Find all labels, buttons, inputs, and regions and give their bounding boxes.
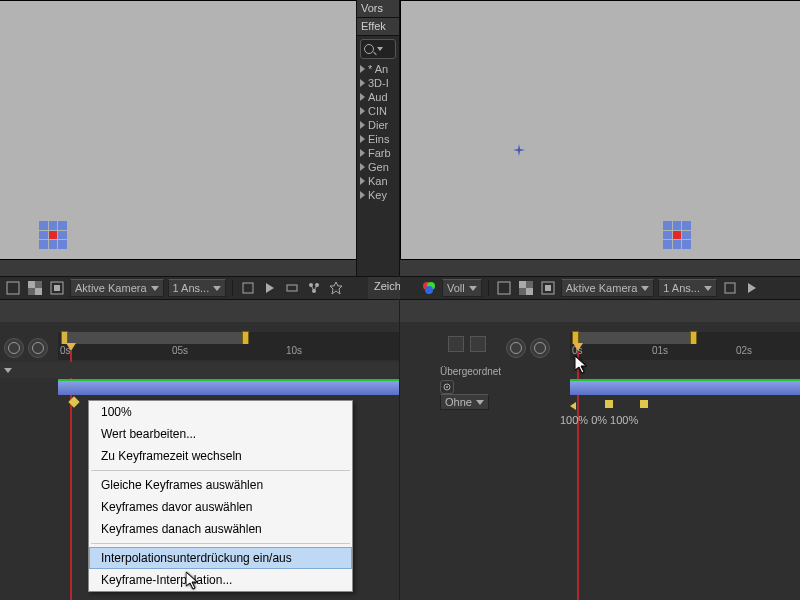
layer-handle-grid[interactable] [663, 221, 691, 249]
views-dropdown[interactable]: 1 Ans... [658, 279, 717, 297]
views-dropdown-label: 1 Ans... [173, 282, 210, 294]
menu-item-keyframe-interpolation[interactable]: Keyframe-Interpolation... [89, 569, 352, 591]
camera-dropdown[interactable]: Aktive Kamera [70, 279, 164, 297]
menu-item-select-following-keyframes[interactable]: Keyframes danach auswählen [89, 518, 352, 540]
resolution-icon[interactable] [4, 279, 22, 297]
svg-rect-17 [526, 288, 533, 295]
effects-category[interactable]: Aud [357, 90, 399, 104]
triangle-right-icon [360, 135, 365, 143]
layer-duration-bar[interactable] [570, 379, 800, 395]
triangle-right-icon [360, 163, 365, 171]
menu-separator [91, 470, 350, 471]
pixel-aspect-icon[interactable] [239, 279, 257, 297]
chevron-down-icon [704, 286, 712, 291]
effects-category[interactable]: Kan [357, 174, 399, 188]
hold-keyframe-in-icon[interactable] [570, 402, 576, 410]
panel-tab-preview[interactable]: Vors [357, 0, 399, 18]
effects-category[interactable]: * An [357, 62, 399, 76]
effects-category[interactable]: 3D-I [357, 76, 399, 90]
menu-item-select-previous-keyframes[interactable]: Keyframes davor auswählen [89, 496, 352, 518]
svg-rect-5 [54, 285, 60, 291]
pickwhip-icon[interactable] [440, 380, 454, 394]
menu-item-goto-keyframe-time[interactable]: Zu Keyframezeit wechseln [89, 445, 352, 467]
draft3d-toggle-icon[interactable] [28, 338, 48, 358]
timeline-toggle-buttons [448, 336, 486, 352]
work-area-end-handle[interactable] [242, 331, 249, 345]
chevron-down-icon [641, 286, 649, 291]
panel-tab-effects[interactable]: Effek [357, 18, 399, 36]
svg-rect-0 [7, 282, 19, 294]
resolution-icon[interactable] [495, 279, 513, 297]
triangle-right-icon [360, 107, 365, 115]
effects-category[interactable]: Key [357, 188, 399, 202]
preview-toolbar-right: Voll Aktive Kamera 1 Ans... [400, 276, 800, 300]
motion-blur-icon[interactable] [470, 336, 486, 352]
svg-rect-20 [725, 283, 735, 293]
color-channels-icon[interactable] [420, 279, 438, 297]
menu-item-select-equal-keyframes[interactable]: Gleiche Keyframes auswählen [89, 474, 352, 496]
mask-icon[interactable] [539, 279, 557, 297]
triangle-right-icon [360, 177, 365, 185]
mask-icon[interactable] [48, 279, 66, 297]
hold-keyframe-icon[interactable] [640, 400, 648, 408]
chevron-down-icon [151, 286, 159, 291]
pixel-aspect-icon[interactable] [721, 279, 739, 297]
work-area-bar[interactable] [570, 332, 800, 344]
views-dropdown[interactable]: 1 Ans... [168, 279, 227, 297]
time-ruler[interactable]: 0s 01s 02s [570, 344, 800, 360]
timeline-icon[interactable] [283, 279, 301, 297]
effects-category[interactable]: Farb [357, 146, 399, 160]
time-tick-label: 05s [172, 345, 188, 356]
effects-category[interactable]: Gen [357, 160, 399, 174]
triangle-right-icon [360, 79, 365, 87]
time-ruler[interactable]: 0s 05s 10s [58, 344, 399, 360]
chevron-down-icon [213, 286, 221, 291]
camera-dropdown[interactable]: Aktive Kamera [561, 279, 655, 297]
composition-preview-right[interactable] [400, 0, 800, 260]
chevron-down-icon [377, 47, 383, 51]
menu-item-toggle-hold-keyframe[interactable]: Interpolationsunterdrückung ein/aus [89, 547, 352, 569]
parent-dropdown[interactable]: Ohne [440, 394, 489, 410]
layer-header-row [0, 362, 399, 378]
layer-duration-bar[interactable] [58, 379, 399, 395]
work-area-bar[interactable] [58, 332, 399, 344]
anchor-point-icon [513, 144, 525, 156]
menu-item-100pct[interactable]: 100% [89, 401, 352, 423]
composition-preview-left[interactable] [0, 0, 399, 260]
resolution-dropdown[interactable]: Voll [442, 279, 482, 297]
effects-search-input[interactable] [360, 39, 396, 59]
time-tick-label: 01s [652, 345, 668, 356]
menu-item-edit-value[interactable]: Wert bearbeiten... [89, 423, 352, 445]
search-icon [364, 44, 374, 54]
reset-exposure-icon[interactable] [327, 279, 345, 297]
shy-toggle-icon[interactable] [4, 338, 24, 358]
triangle-right-icon [360, 65, 365, 73]
chevron-down-icon[interactable] [4, 368, 12, 373]
hold-keyframe-icon[interactable] [605, 400, 613, 408]
effects-category[interactable]: Dier [357, 118, 399, 132]
triangle-right-icon [360, 121, 365, 129]
frame-blend-icon[interactable] [448, 336, 464, 352]
mouse-cursor-icon [186, 572, 200, 592]
parent-column-label: Übergeordnet [440, 366, 501, 377]
playhead[interactable] [66, 343, 76, 359]
draft3d-toggle-icon[interactable] [530, 338, 550, 358]
fast-preview-icon[interactable] [743, 279, 761, 297]
svg-point-22 [446, 386, 448, 388]
layer-handle-grid[interactable] [39, 221, 67, 249]
effects-category[interactable]: CIN [357, 104, 399, 118]
fast-preview-icon[interactable] [261, 279, 279, 297]
checkerboard-icon[interactable] [26, 279, 44, 297]
chevron-down-icon [469, 286, 477, 291]
effects-panel: Vors Effek * An 3D-I Aud CIN Dier Eins F… [356, 0, 400, 276]
svg-rect-6 [243, 283, 253, 293]
timeline-panel-right[interactable]: 0s 01s 02s Übergeordnet Ohne 100% 0% 100… [400, 322, 800, 600]
svg-point-13 [425, 286, 433, 294]
work-area-end-handle[interactable] [690, 331, 697, 345]
menu-separator [91, 543, 350, 544]
effects-category[interactable]: Eins [357, 132, 399, 146]
flowchart-icon[interactable] [305, 279, 323, 297]
chevron-down-icon [476, 400, 484, 405]
shy-toggle-icon[interactable] [506, 338, 526, 358]
checkerboard-icon[interactable] [517, 279, 535, 297]
